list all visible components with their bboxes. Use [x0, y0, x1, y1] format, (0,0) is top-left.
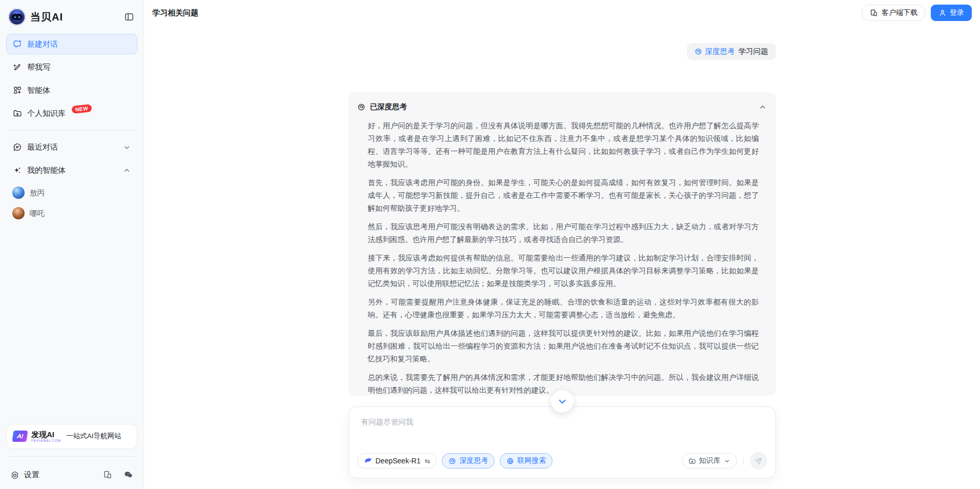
dangbei-robot-logo-icon	[8, 8, 26, 26]
deepseek-whale-icon	[364, 457, 373, 465]
sidebar: 当贝AI 新建对话 帮我写 智能体 个人知识库 NEW 最近对话	[0, 0, 144, 489]
new-badge: NEW	[71, 104, 92, 114]
folder-plus-icon	[688, 457, 696, 465]
thought-paragraph: 最后，我应该鼓励用户具体描述他们遇到的问题，这样我可以提供更针对性的建议。比如，…	[368, 327, 759, 365]
user-message-text: 学习问题	[739, 47, 768, 56]
sidebar-collapse-icon[interactable]	[123, 11, 135, 23]
deep-think-tag: 深度思考	[695, 47, 735, 56]
sidebar-divider	[8, 130, 135, 131]
app-window: 当贝AI 新建对话 帮我写 智能体 个人知识库 NEW 最近对话	[0, 0, 980, 489]
section-label: 最近对话	[27, 142, 58, 152]
deep-think-toggle[interactable]: 深度思考	[442, 453, 495, 468]
composer-toolbar: DeepSeek-R1 ⇆ 深度思考 联网搜索 知识库	[357, 452, 767, 470]
chevron-up-icon	[123, 167, 131, 174]
model-swap-icon: ⇆	[424, 457, 430, 465]
sidebar-bottom: AI 发现AI FAXIANAI.COM 一站式AI导航网站 设置	[6, 424, 137, 484]
thought-title: 已深度思考	[370, 102, 407, 112]
chevron-down-icon	[123, 144, 131, 151]
user-message: 深度思考 学习问题	[687, 43, 776, 60]
sparkles-icon	[13, 166, 22, 175]
sidebar-section-my-agents[interactable]: 我的智能体	[6, 160, 137, 180]
faxian-ai-logo: AI	[12, 431, 28, 442]
sidebar-item-label: 帮我写	[27, 63, 50, 72]
settings-row: 设置	[6, 463, 137, 484]
chevron-up-icon[interactable]	[759, 103, 767, 111]
agent-item-nezha[interactable]: 哪吒	[6, 203, 137, 223]
faxian-ai-brand: 发现AI FAXIANAI.COM	[31, 431, 61, 443]
main-area: 学习相关问题 客户端下载 登录 深度思考	[144, 0, 980, 489]
knowledge-base-selector[interactable]: 知识库	[682, 453, 737, 468]
user-message-row: 深度思考 学习问题	[349, 43, 776, 60]
model-selector[interactable]: DeepSeek-R1 ⇆	[357, 453, 437, 468]
topbar-actions: 客户端下载 登录	[862, 5, 972, 21]
chat-bubble-icon	[13, 142, 22, 152]
new-chat-icon	[13, 39, 22, 49]
agent-name: 敖丙	[30, 188, 45, 198]
send-button[interactable]	[750, 452, 767, 470]
thought-paragraph: 另外，可能需要提醒用户注意身体健康，保证充足的睡眠、合理的饮食和适量的运动，这些…	[368, 296, 759, 321]
sidebar-item-knowledge-base[interactable]: 个人知识库 NEW	[6, 103, 137, 124]
sidebar-item-new-chat[interactable]: 新建对话	[6, 34, 137, 54]
client-download-button[interactable]: 客户端下载	[862, 5, 926, 21]
thought-paragraph: 接下来，我应该考虑如何提供有帮助的信息。可能需要给出一些通用的学习建议，比如制定…	[368, 252, 759, 290]
chat-area: 深度思考 学习问题 已深度思考 好，用户问的是关于学习的问题，但没有	[144, 26, 980, 489]
sidebar-divider	[8, 456, 135, 457]
devices-icon[interactable]	[103, 470, 112, 479]
sidebar-item-label: 个人知识库	[27, 109, 66, 118]
composer-toolbar-right: 知识库	[682, 452, 767, 470]
brand: 当贝AI	[8, 8, 63, 26]
faxian-ai-promo-card[interactable]: AI 发现AI FAXIANAI.COM 一站式AI导航网站	[6, 424, 137, 450]
gear-icon[interactable]	[10, 471, 19, 480]
thought-paragraph: 首先，我应该考虑用户可能的身份。如果是学生，可能关心的是如何提高成绩，如何有效复…	[368, 176, 759, 215]
chevron-down-icon	[557, 396, 568, 407]
person-icon	[938, 9, 947, 17]
deep-think-icon	[357, 103, 365, 111]
thought-paragraph: 好，用户问的是关于学习的问题，但没有具体说明是哪方面。我得先想想可能的几种情况。…	[368, 119, 759, 171]
agents-grid-icon	[13, 86, 22, 95]
message-input[interactable]	[357, 414, 767, 446]
thought-paragraph: 然后，我应该思考用户可能没有明确表达的需求。比如，用户可能在学习过程中感到压力大…	[368, 220, 759, 246]
sidebar-header: 当贝AI	[6, 5, 137, 34]
sidebar-item-agents[interactable]: 智能体	[6, 80, 137, 100]
globe-icon	[506, 457, 514, 465]
thought-header[interactable]: 已深度思考	[349, 92, 776, 112]
composer: DeepSeek-R1 ⇆ 深度思考 联网搜索 知识库	[349, 406, 776, 478]
folder-plus-icon	[13, 109, 22, 118]
avatar	[12, 187, 25, 199]
agent-name: 哪吒	[30, 209, 45, 218]
sidebar-section-recent-chats[interactable]: 最近对话	[6, 137, 137, 157]
pencil-icon	[13, 63, 22, 72]
section-label: 我的智能体	[27, 166, 66, 175]
settings-icons	[103, 470, 133, 480]
thought-panel: 已深度思考 好，用户问的是关于学习的问题，但没有具体说明是哪方面。我得先想想可能…	[349, 92, 776, 396]
chat-column: 深度思考 学习问题 已深度思考 好，用户问的是关于学习的问题，但没有	[349, 26, 776, 396]
conversation-title: 学习相关问题	[152, 8, 198, 18]
paper-plane-icon	[754, 457, 763, 465]
sidebar-item-label: 新建对话	[27, 39, 58, 49]
avatar	[12, 207, 25, 219]
brand-name: 当贝AI	[30, 10, 63, 24]
deep-think-icon	[695, 48, 702, 55]
settings-label[interactable]: 设置	[24, 470, 39, 480]
web-search-toggle[interactable]: 联网搜索	[500, 453, 553, 468]
sidebar-item-help-me-write[interactable]: 帮我写	[6, 57, 137, 77]
thought-body: 好，用户问的是关于学习的问题，但没有具体说明是哪方面。我得先想想可能的几种情况。…	[349, 112, 776, 396]
devices-icon	[870, 9, 878, 17]
deep-think-icon	[448, 457, 456, 465]
topbar: 学习相关问题 客户端下载 登录	[144, 0, 980, 26]
model-name: DeepSeek-R1	[376, 457, 421, 465]
chevron-down-icon	[724, 458, 730, 464]
promo-tagline: 一站式AI导航网站	[66, 432, 121, 441]
wechat-icon[interactable]	[124, 470, 133, 480]
toolbar-divider	[743, 457, 744, 465]
scroll-to-bottom-button[interactable]	[551, 390, 574, 413]
login-button[interactable]: 登录	[931, 5, 972, 21]
sidebar-item-label: 智能体	[27, 86, 50, 95]
agent-item-aobing[interactable]: 敖丙	[6, 183, 137, 202]
